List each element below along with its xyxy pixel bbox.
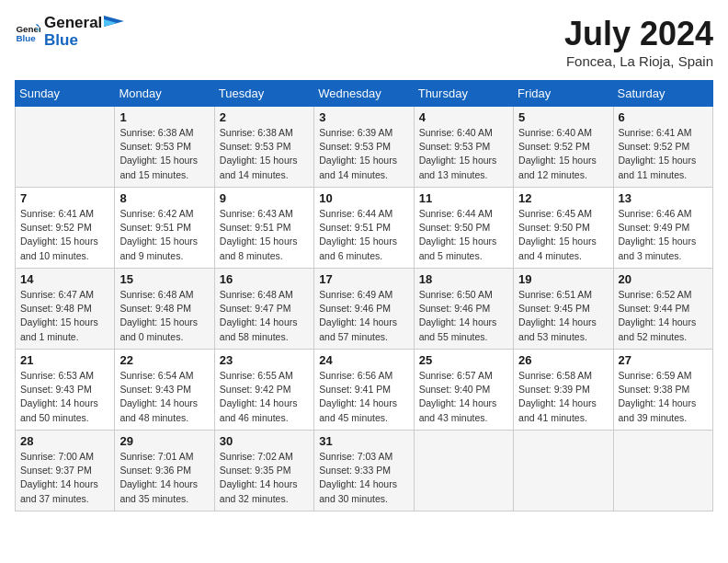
calendar-cell: 29Sunrise: 7:01 AM Sunset: 9:36 PM Dayli… bbox=[115, 431, 214, 511]
day-number: 25 bbox=[419, 353, 508, 367]
day-info: Sunrise: 6:58 AM Sunset: 9:39 PM Dayligh… bbox=[518, 369, 608, 425]
calendar-cell: 18Sunrise: 6:50 AM Sunset: 9:46 PM Dayli… bbox=[414, 269, 513, 350]
day-info: Sunrise: 6:51 AM Sunset: 9:45 PM Dayligh… bbox=[518, 288, 608, 344]
calendar-table: SundayMondayTuesdayWednesdayThursdayFrid… bbox=[15, 80, 713, 511]
calendar-cell: 14Sunrise: 6:47 AM Sunset: 9:48 PM Dayli… bbox=[16, 269, 115, 350]
day-number: 29 bbox=[119, 434, 209, 448]
day-info: Sunrise: 6:38 AM Sunset: 9:53 PM Dayligh… bbox=[220, 126, 309, 182]
day-number: 3 bbox=[319, 110, 408, 124]
calendar-cell: 23Sunrise: 6:55 AM Sunset: 9:42 PM Dayli… bbox=[214, 350, 313, 431]
day-info: Sunrise: 7:01 AM Sunset: 9:36 PM Dayligh… bbox=[119, 450, 209, 506]
location: Foncea, La Rioja, Spain bbox=[564, 53, 713, 69]
day-number: 27 bbox=[619, 353, 708, 367]
day-of-week-header: Tuesday bbox=[214, 81, 313, 107]
calendar-cell: 5Sunrise: 6:40 AM Sunset: 9:52 PM Daylig… bbox=[514, 107, 613, 188]
day-info: Sunrise: 6:46 AM Sunset: 9:49 PM Dayligh… bbox=[619, 207, 708, 263]
day-info: Sunrise: 6:42 AM Sunset: 9:51 PM Dayligh… bbox=[119, 207, 209, 263]
day-info: Sunrise: 6:59 AM Sunset: 9:38 PM Dayligh… bbox=[619, 369, 708, 425]
month-title: July 2024 bbox=[564, 15, 713, 53]
calendar-cell bbox=[414, 431, 513, 511]
day-info: Sunrise: 6:47 AM Sunset: 9:48 PM Dayligh… bbox=[20, 288, 109, 344]
day-info: Sunrise: 6:54 AM Sunset: 9:43 PM Dayligh… bbox=[119, 369, 209, 425]
day-of-week-header: Wednesday bbox=[314, 81, 414, 107]
day-info: Sunrise: 6:41 AM Sunset: 9:52 PM Dayligh… bbox=[20, 207, 109, 263]
day-number: 15 bbox=[119, 272, 209, 286]
day-info: Sunrise: 6:38 AM Sunset: 9:53 PM Dayligh… bbox=[119, 126, 209, 182]
calendar-cell: 9Sunrise: 6:43 AM Sunset: 9:51 PM Daylig… bbox=[214, 188, 313, 269]
day-info: Sunrise: 7:02 AM Sunset: 9:35 PM Dayligh… bbox=[220, 450, 309, 506]
calendar-cell: 16Sunrise: 6:48 AM Sunset: 9:47 PM Dayli… bbox=[214, 269, 313, 350]
day-number: 2 bbox=[220, 110, 309, 124]
day-of-week-header: Monday bbox=[115, 81, 214, 107]
day-of-week-header: Sunday bbox=[16, 81, 115, 107]
day-number: 10 bbox=[319, 191, 408, 205]
logo-icon: General Blue bbox=[15, 19, 40, 45]
calendar-cell: 26Sunrise: 6:58 AM Sunset: 9:39 PM Dayli… bbox=[514, 350, 613, 431]
day-info: Sunrise: 6:56 AM Sunset: 9:41 PM Dayligh… bbox=[319, 369, 408, 425]
day-number: 14 bbox=[20, 272, 109, 286]
day-info: Sunrise: 6:45 AM Sunset: 9:50 PM Dayligh… bbox=[518, 207, 608, 263]
page-header: General Blue General Blue July 2024 Fonc… bbox=[15, 15, 713, 69]
logo-general-text: General bbox=[44, 15, 124, 32]
header-row: SundayMondayTuesdayWednesdayThursdayFrid… bbox=[16, 81, 713, 107]
calendar-cell: 30Sunrise: 7:02 AM Sunset: 9:35 PM Dayli… bbox=[214, 431, 313, 511]
day-info: Sunrise: 6:57 AM Sunset: 9:40 PM Dayligh… bbox=[419, 369, 508, 425]
day-number: 26 bbox=[518, 353, 608, 367]
calendar-cell: 13Sunrise: 6:46 AM Sunset: 9:49 PM Dayli… bbox=[613, 188, 712, 269]
day-number: 4 bbox=[419, 110, 508, 124]
day-of-week-header: Thursday bbox=[414, 81, 513, 107]
calendar-week-row: 21Sunrise: 6:53 AM Sunset: 9:43 PM Dayli… bbox=[16, 350, 713, 431]
calendar-cell: 21Sunrise: 6:53 AM Sunset: 9:43 PM Dayli… bbox=[16, 350, 115, 431]
calendar-cell bbox=[514, 431, 613, 511]
day-number: 5 bbox=[518, 110, 608, 124]
day-info: Sunrise: 7:00 AM Sunset: 9:37 PM Dayligh… bbox=[20, 450, 109, 506]
logo-flag-icon bbox=[104, 16, 124, 30]
day-number: 30 bbox=[220, 434, 309, 448]
day-number: 24 bbox=[319, 353, 408, 367]
day-number: 11 bbox=[419, 191, 508, 205]
day-number: 22 bbox=[119, 353, 209, 367]
calendar-cell: 1Sunrise: 6:38 AM Sunset: 9:53 PM Daylig… bbox=[115, 107, 214, 188]
calendar-cell: 7Sunrise: 6:41 AM Sunset: 9:52 PM Daylig… bbox=[16, 188, 115, 269]
day-number: 13 bbox=[619, 191, 708, 205]
day-number: 20 bbox=[619, 272, 708, 286]
calendar-cell: 17Sunrise: 6:49 AM Sunset: 9:46 PM Dayli… bbox=[314, 269, 414, 350]
day-number: 19 bbox=[518, 272, 608, 286]
calendar-cell: 25Sunrise: 6:57 AM Sunset: 9:40 PM Dayli… bbox=[414, 350, 513, 431]
day-number: 9 bbox=[220, 191, 309, 205]
calendar-cell: 2Sunrise: 6:38 AM Sunset: 9:53 PM Daylig… bbox=[214, 107, 313, 188]
day-of-week-header: Friday bbox=[514, 81, 613, 107]
calendar-cell: 28Sunrise: 7:00 AM Sunset: 9:37 PM Dayli… bbox=[16, 431, 115, 511]
day-number: 17 bbox=[319, 272, 408, 286]
day-info: Sunrise: 6:40 AM Sunset: 9:53 PM Dayligh… bbox=[419, 126, 508, 182]
calendar-cell bbox=[16, 107, 115, 188]
day-number: 16 bbox=[220, 272, 309, 286]
day-number: 21 bbox=[20, 353, 109, 367]
day-number: 7 bbox=[20, 191, 109, 205]
day-number: 6 bbox=[619, 110, 708, 124]
day-info: Sunrise: 6:44 AM Sunset: 9:50 PM Dayligh… bbox=[419, 207, 508, 263]
calendar-cell: 12Sunrise: 6:45 AM Sunset: 9:50 PM Dayli… bbox=[514, 188, 613, 269]
calendar-cell: 3Sunrise: 6:39 AM Sunset: 9:53 PM Daylig… bbox=[314, 107, 414, 188]
calendar-header: SundayMondayTuesdayWednesdayThursdayFrid… bbox=[16, 81, 713, 107]
day-info: Sunrise: 6:40 AM Sunset: 9:52 PM Dayligh… bbox=[518, 126, 608, 182]
calendar-cell: 6Sunrise: 6:41 AM Sunset: 9:52 PM Daylig… bbox=[613, 107, 712, 188]
day-number: 18 bbox=[419, 272, 508, 286]
day-number: 23 bbox=[220, 353, 309, 367]
calendar-cell: 8Sunrise: 6:42 AM Sunset: 9:51 PM Daylig… bbox=[115, 188, 214, 269]
calendar-week-row: 14Sunrise: 6:47 AM Sunset: 9:48 PM Dayli… bbox=[16, 269, 713, 350]
calendar-cell: 19Sunrise: 6:51 AM Sunset: 9:45 PM Dayli… bbox=[514, 269, 613, 350]
calendar-cell: 24Sunrise: 6:56 AM Sunset: 9:41 PM Dayli… bbox=[314, 350, 414, 431]
calendar-cell: 27Sunrise: 6:59 AM Sunset: 9:38 PM Dayli… bbox=[613, 350, 712, 431]
day-info: Sunrise: 7:03 AM Sunset: 9:33 PM Dayligh… bbox=[319, 450, 408, 506]
svg-text:Blue: Blue bbox=[16, 32, 36, 42]
day-number: 31 bbox=[319, 434, 408, 448]
calendar-cell: 4Sunrise: 6:40 AM Sunset: 9:53 PM Daylig… bbox=[414, 107, 513, 188]
day-info: Sunrise: 6:43 AM Sunset: 9:51 PM Dayligh… bbox=[220, 207, 309, 263]
calendar-cell: 10Sunrise: 6:44 AM Sunset: 9:51 PM Dayli… bbox=[314, 188, 414, 269]
day-number: 12 bbox=[518, 191, 608, 205]
day-info: Sunrise: 6:49 AM Sunset: 9:46 PM Dayligh… bbox=[319, 288, 408, 344]
logo: General Blue General Blue bbox=[15, 15, 124, 49]
calendar-cell: 11Sunrise: 6:44 AM Sunset: 9:50 PM Dayli… bbox=[414, 188, 513, 269]
calendar-cell bbox=[613, 431, 712, 511]
